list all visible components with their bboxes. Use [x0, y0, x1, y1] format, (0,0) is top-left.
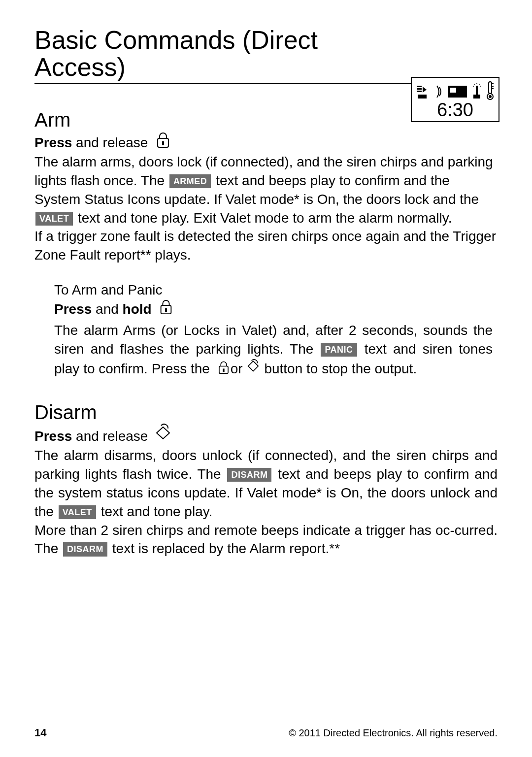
lock-icon	[158, 298, 174, 319]
svg-point-10	[473, 86, 474, 87]
armed-badge: ARMED	[169, 174, 211, 188]
text: the	[187, 361, 213, 376]
panic-badge: PANIC	[321, 343, 357, 357]
text: and release	[72, 428, 148, 444]
lock-icon	[217, 360, 231, 380]
title-rule: Basic Commands (Direct Access)	[34, 27, 414, 84]
disarm-section: Disarm Press and release The alarm disar…	[34, 401, 498, 558]
svg-point-8	[476, 83, 477, 84]
arm-panic-heading: To Arm and Panic	[54, 282, 493, 298]
text: text is replaced by the Alarm report.**	[108, 541, 340, 556]
arm-panic-paragraph: The alarm Arms (or Locks in Valet) and, …	[54, 321, 493, 380]
disarm-paragraph-2: More than 2 siren chirps and remote beep…	[34, 521, 498, 559]
svg-rect-0	[417, 86, 422, 87]
disarm-badge: DISARM	[63, 542, 107, 556]
hold-word: hold	[123, 301, 152, 317]
copyright: © 2011 Directed Electronics. All rights …	[289, 727, 498, 739]
press-word: Press	[54, 301, 92, 317]
svg-rect-2	[417, 91, 422, 92]
svg-rect-1	[417, 88, 422, 90]
svg-point-7	[474, 84, 475, 85]
press-word: Press	[34, 135, 72, 150]
disarm-paragraph-1: The alarm disarms, doors unlock (if conn…	[34, 446, 498, 521]
svg-rect-12	[476, 86, 478, 95]
page-number: 14	[34, 726, 46, 739]
text: and	[92, 301, 122, 317]
arm-paragraph-2: If a trigger zone fault is detected the …	[34, 227, 498, 264]
page-title: Basic Commands (Direct Access)	[34, 27, 414, 80]
text: text and tone play. Exit Valet mode to a…	[74, 210, 452, 226]
valet-badge: VALET	[59, 505, 96, 519]
arm-panic-press-line: Press and hold	[54, 298, 493, 319]
svg-rect-14	[489, 82, 492, 94]
remote-status-icons	[415, 80, 496, 100]
text: To Arm and Panic	[54, 282, 162, 297]
svg-rect-4	[418, 95, 427, 99]
disarm-press-line: Press and release	[34, 423, 498, 446]
press-inline: Press	[152, 361, 187, 376]
svg-rect-25	[223, 368, 224, 372]
svg-marker-3	[423, 87, 427, 93]
disarm-heading: Disarm	[34, 401, 498, 423]
disarm-badge: DISARM	[227, 468, 271, 482]
thermometer-icon	[486, 81, 495, 100]
page: Basic Commands (Direct Access)	[0, 0, 532, 757]
svg-point-19	[489, 95, 492, 98]
unlock-icon	[155, 423, 171, 446]
footer: 14 © 2011 Directed Electronics. All righ…	[34, 726, 498, 739]
svg-rect-13	[473, 95, 480, 99]
text: text and tone play.	[97, 504, 213, 519]
arm-press-line: Press and release	[34, 131, 498, 153]
svg-rect-6	[450, 88, 456, 93]
svg-rect-21	[162, 141, 164, 145]
signal-icon	[436, 83, 444, 100]
valet-badge: VALET	[35, 212, 73, 226]
remote-screen: 6:30	[411, 77, 499, 122]
svg-rect-23	[166, 308, 167, 312]
car-door-icon	[447, 83, 468, 100]
lock-icon	[155, 131, 171, 153]
press-word: Press	[34, 428, 72, 444]
svg-point-11	[480, 86, 481, 87]
text: button to stop the output.	[261, 361, 417, 376]
unlock-icon	[246, 359, 261, 380]
remote-time: 6:30	[415, 100, 496, 121]
arm-paragraph-1: The alarm arms, doors lock (if connected…	[34, 153, 498, 227]
svg-point-9	[479, 84, 480, 85]
press-rest: and release	[72, 135, 148, 150]
arm-panic-section: To Arm and Panic Press and hold The alar…	[54, 282, 493, 380]
text: or	[231, 361, 243, 376]
antenna-icon	[471, 82, 482, 100]
transmit-icon	[416, 83, 432, 100]
